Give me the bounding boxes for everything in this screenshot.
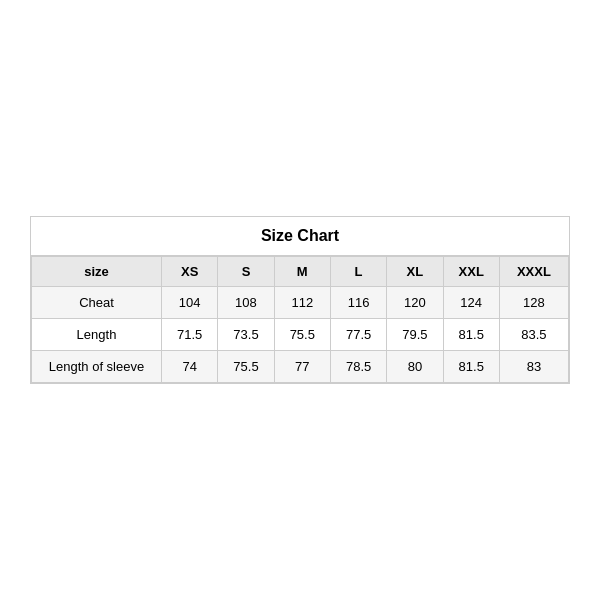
header-col-4: L — [330, 257, 386, 287]
header-col-1: XS — [162, 257, 218, 287]
table-row: Cheat104108112116120124128 — [32, 287, 569, 319]
table-row: Length of sleeve7475.57778.58081.583 — [32, 351, 569, 383]
cell-2-3: 78.5 — [330, 351, 386, 383]
header-col-5: XL — [387, 257, 443, 287]
cell-2-1: 75.5 — [218, 351, 274, 383]
cell-0-5: 124 — [443, 287, 499, 319]
cell-0-0: 104 — [162, 287, 218, 319]
cell-0-2: 112 — [274, 287, 330, 319]
cell-1-6: 83.5 — [499, 319, 568, 351]
cell-1-0: 71.5 — [162, 319, 218, 351]
table-title: Size Chart — [31, 217, 569, 256]
cell-0-1: 108 — [218, 287, 274, 319]
cell-0-6: 128 — [499, 287, 568, 319]
cell-2-6: 83 — [499, 351, 568, 383]
cell-1-5: 81.5 — [443, 319, 499, 351]
header-col-3: M — [274, 257, 330, 287]
header-col-2: S — [218, 257, 274, 287]
cell-2-0: 74 — [162, 351, 218, 383]
cell-2-4: 80 — [387, 351, 443, 383]
header-col-6: XXL — [443, 257, 499, 287]
row-label-1: Length — [32, 319, 162, 351]
header-col-7: XXXL — [499, 257, 568, 287]
table-header-row: sizeXSSMLXLXXLXXXL — [32, 257, 569, 287]
cell-1-2: 75.5 — [274, 319, 330, 351]
cell-2-2: 77 — [274, 351, 330, 383]
cell-1-4: 79.5 — [387, 319, 443, 351]
cell-2-5: 81.5 — [443, 351, 499, 383]
row-label-0: Cheat — [32, 287, 162, 319]
table-row: Length71.573.575.577.579.581.583.5 — [32, 319, 569, 351]
table-body: Cheat104108112116120124128Length71.573.5… — [32, 287, 569, 383]
cell-1-3: 77.5 — [330, 319, 386, 351]
header-col-0: size — [32, 257, 162, 287]
cell-0-4: 120 — [387, 287, 443, 319]
row-label-2: Length of sleeve — [32, 351, 162, 383]
size-chart-table: sizeXSSMLXLXXLXXXL Cheat1041081121161201… — [31, 256, 569, 383]
cell-0-3: 116 — [330, 287, 386, 319]
size-chart-container: Size Chart sizeXSSMLXLXXLXXXL Cheat10410… — [30, 216, 570, 384]
cell-1-1: 73.5 — [218, 319, 274, 351]
